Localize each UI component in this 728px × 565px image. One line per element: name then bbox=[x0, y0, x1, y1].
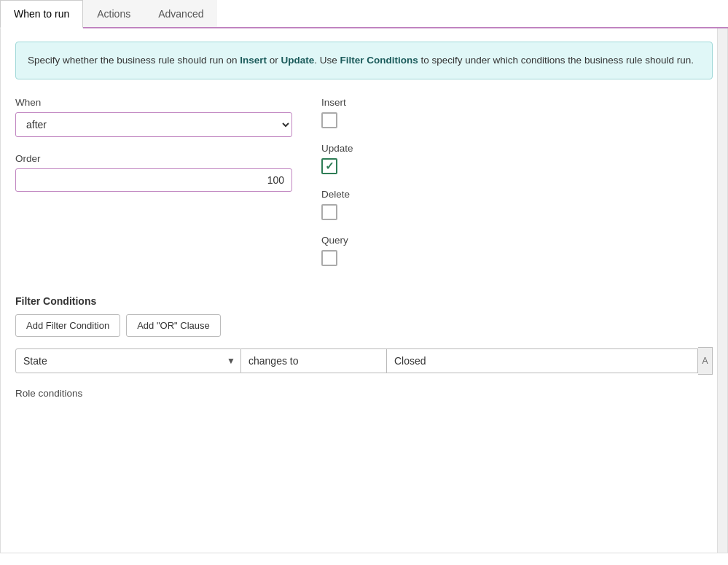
info-box: Specify whether the business rule should… bbox=[15, 42, 713, 79]
order-input[interactable] bbox=[15, 168, 292, 192]
filter-operator-container: changes changes to is is not starts with… bbox=[241, 348, 387, 373]
when-field-group: When after before async display bbox=[15, 97, 292, 137]
order-field-group: Order bbox=[15, 153, 292, 192]
update-checkbox[interactable] bbox=[321, 158, 337, 174]
filter-field-container: State Active Priority Category ▼ bbox=[15, 348, 241, 373]
tab-when-to-run[interactable]: When to run bbox=[0, 0, 83, 28]
filter-field-select[interactable]: State Active Priority Category bbox=[15, 348, 241, 373]
filter-value-container: Open Closed In Progress Pending Resolved bbox=[387, 348, 698, 373]
form-right: Insert Update Delete Qu bbox=[321, 97, 713, 281]
filter-extra-button[interactable]: A bbox=[698, 347, 713, 375]
add-or-clause-button[interactable]: Add "OR" Clause bbox=[126, 314, 221, 337]
add-filter-condition-button[interactable]: Add Filter Condition bbox=[15, 314, 120, 337]
update-label: Update bbox=[321, 143, 713, 154]
insert-label: Insert bbox=[321, 97, 713, 108]
filter-buttons: Add Filter Condition Add "OR" Clause bbox=[15, 314, 713, 337]
main-content: Specify whether the business rule should… bbox=[0, 28, 728, 553]
query-checkbox[interactable] bbox=[321, 250, 337, 266]
delete-label: Delete bbox=[321, 189, 713, 200]
filter-operator-select[interactable]: changes changes to is is not starts with… bbox=[241, 348, 387, 373]
filter-conditions-section: Filter Conditions Add Filter Condition A… bbox=[15, 295, 713, 375]
when-label: When bbox=[15, 97, 292, 108]
tab-bar: When to run Actions Advanced bbox=[0, 0, 728, 28]
delete-checkbox-group: Delete bbox=[321, 189, 713, 220]
form-left: When after before async display Order bbox=[15, 97, 292, 281]
role-conditions: Role conditions bbox=[15, 388, 713, 399]
filter-value-select[interactable]: Open Closed In Progress Pending Resolved bbox=[387, 348, 698, 373]
filter-conditions-title: Filter Conditions bbox=[15, 295, 713, 307]
delete-checkbox[interactable] bbox=[321, 204, 337, 220]
query-checkbox-group: Query bbox=[321, 235, 713, 266]
form-section: When after before async display Order In… bbox=[15, 97, 713, 281]
update-checkbox-group: Update bbox=[321, 143, 713, 174]
tab-actions[interactable]: Actions bbox=[83, 0, 144, 27]
insert-checkbox-group: Insert bbox=[321, 97, 713, 128]
when-select[interactable]: after before async display bbox=[15, 112, 292, 137]
order-label: Order bbox=[15, 153, 292, 164]
scrollbar[interactable] bbox=[717, 28, 727, 553]
insert-checkbox[interactable] bbox=[321, 112, 337, 128]
tab-advanced[interactable]: Advanced bbox=[144, 0, 217, 27]
filter-row: State Active Priority Category ▼ changes… bbox=[15, 347, 713, 375]
query-label: Query bbox=[321, 235, 713, 246]
